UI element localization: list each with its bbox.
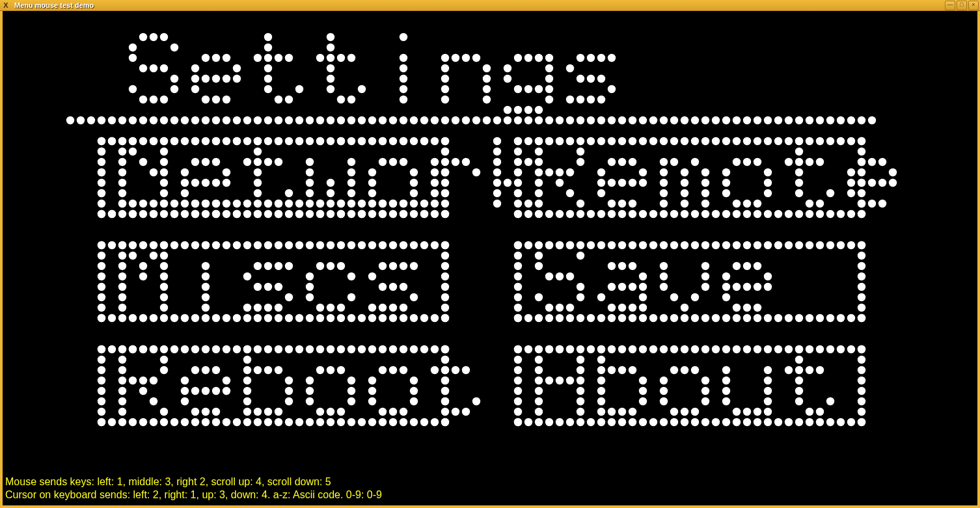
- window-titlebar: X Menu mouse test demo — □ ×: [0, 0, 980, 11]
- window-minimize-button[interactable]: —: [945, 1, 955, 10]
- window-title: Menu mouse test demo: [14, 1, 94, 9]
- window-maximize-button[interactable]: □: [957, 1, 967, 10]
- footer-help: Mouse sends keys: left: 1, middle: 3, ri…: [5, 475, 382, 501]
- footer-line-2: Cursor on keyboard sends: left: 2, right…: [5, 488, 382, 501]
- window-close-button[interactable]: ×: [968, 1, 979, 10]
- client-area: Mouse sends keys: left: 1, middle: 3, ri…: [3, 11, 977, 505]
- footer-line-1: Mouse sends keys: left: 1, middle: 3, ri…: [5, 475, 382, 488]
- menu-item-save[interactable]: [521, 244, 882, 328]
- menu-item-network[interactable]: [103, 137, 465, 221]
- menu-item-reboot[interactable]: [103, 351, 465, 436]
- menu-item-remote[interactable]: [521, 137, 882, 221]
- menu-item-about[interactable]: [521, 351, 882, 436]
- window-menu-icon[interactable]: X: [1, 1, 10, 10]
- menu-item-miscs[interactable]: [103, 244, 465, 328]
